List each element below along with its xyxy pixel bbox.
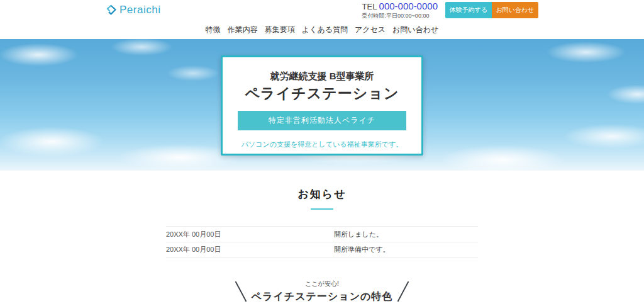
- site-header: Peraichi TEL 000-000-0000 受付時間:平日00:00~0…: [0, 0, 644, 20]
- news-heading-underline: [311, 208, 333, 210]
- news-date: 20XX年 00月00日: [166, 230, 334, 239]
- hero-title: ペライチステーション: [223, 84, 421, 103]
- hero-operator-band: 特定非営利活動法人ペライチ: [238, 111, 406, 130]
- nav-item-recruit[interactable]: 募集要項: [265, 25, 295, 35]
- news-list: 20XX年 00月00日 開所しました。 20XX年 00月00日 開所準備中で…: [166, 226, 478, 258]
- news-date: 20XX年 00月00日: [166, 245, 334, 254]
- contact-button[interactable]: お問い合わせ: [492, 2, 538, 18]
- news-text: 開所準備中です。: [334, 245, 390, 254]
- hero-description: パソコンの支援を得意としている福祉事業所です。: [223, 140, 421, 149]
- nav-item-contact[interactable]: お問い合わせ: [392, 25, 438, 35]
- news-section: お知らせ 20XX年 00月00日 開所しました。 20XX年 00月00日 開…: [0, 187, 644, 258]
- news-row: 20XX年 00月00日 開所しました。: [166, 226, 478, 242]
- trial-reserve-button[interactable]: 体験予約する: [445, 2, 492, 18]
- peraichi-logo-icon: [106, 4, 116, 16]
- tel-block: TEL 000-000-0000 受付時間:平日00:00~00:00: [362, 1, 438, 20]
- hero-card: 就労継続支援 B型事業所 ペライチステーション 特定非営利活動法人ペライチ パソ…: [221, 55, 423, 156]
- features-tagline: ここが安心!: [252, 280, 393, 288]
- tel-line: TEL 000-000-0000: [362, 1, 438, 11]
- features-header: ここが安心! ペライチステーションの特色: [0, 280, 644, 303]
- news-row: 20XX年 00月00日 開所準備中です。: [166, 242, 478, 258]
- hero-sky-banner: 就労継続支援 B型事業所 ペライチステーション 特定非営利活動法人ペライチ パソ…: [0, 39, 644, 171]
- header-right: TEL 000-000-0000 受付時間:平日00:00~00:00 体験予約…: [362, 1, 538, 20]
- news-heading: お知らせ: [0, 187, 644, 201]
- tel-hours: 受付時間:平日00:00~00:00: [362, 12, 438, 20]
- hero-subtitle: 就労継続支援 B型事業所: [223, 71, 421, 82]
- tel-number[interactable]: 000-000-0000: [379, 1, 438, 11]
- nav-item-features[interactable]: 特徴: [206, 25, 221, 35]
- nav-item-faq[interactable]: よくある質問: [302, 25, 348, 35]
- decorative-left-slash: [235, 281, 247, 302]
- features-heading: ペライチステーションの特色: [252, 290, 393, 303]
- news-text: 開所しました。: [334, 230, 383, 239]
- main-nav: 特徴 作業内容 募集要項 よくある質問 アクセス お問い合わせ: [0, 20, 644, 39]
- nav-item-access[interactable]: アクセス: [355, 25, 386, 35]
- header-inner: Peraichi TEL 000-000-0000 受付時間:平日00:00~0…: [106, 1, 538, 20]
- logo-text: Peraichi: [119, 4, 160, 16]
- nav-item-work[interactable]: 作業内容: [228, 25, 258, 35]
- features-header-text: ここが安心! ペライチステーションの特色: [252, 280, 393, 303]
- tel-label: TEL: [362, 2, 377, 11]
- peraichi-logo[interactable]: Peraichi: [106, 4, 160, 16]
- decorative-right-slash: [397, 281, 409, 302]
